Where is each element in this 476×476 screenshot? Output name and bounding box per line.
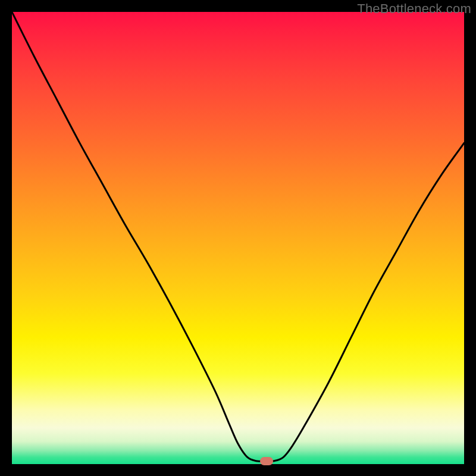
watermark-text: TheBottleneck.com	[357, 1, 471, 17]
plot-area	[12, 12, 464, 464]
bottleneck-curve	[12, 12, 464, 464]
optimal-point-marker	[260, 457, 273, 465]
chart-container: TheBottleneck.com	[0, 0, 476, 476]
